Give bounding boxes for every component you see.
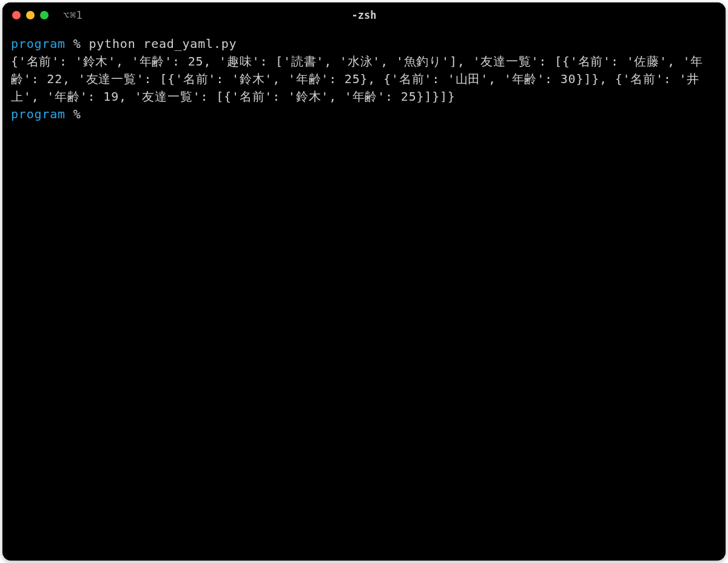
- terminal-body[interactable]: program % python read_yaml.py {'名前': '鈴木…: [2, 28, 726, 561]
- tab-label: ⌥⌘1: [63, 9, 83, 21]
- close-icon[interactable]: [12, 11, 21, 19]
- output-line: {'名前': '鈴木', '年齢': 25, '趣味': ['読書', '水泳'…: [11, 54, 703, 104]
- prompt-dir: program: [11, 36, 66, 51]
- terminal-line: program %: [11, 107, 89, 121]
- traffic-lights: [12, 11, 49, 19]
- minimize-icon[interactable]: [26, 11, 35, 19]
- prompt-separator: %: [66, 36, 89, 51]
- window-title: -zsh: [352, 9, 377, 21]
- titlebar[interactable]: ⌥⌘1 -zsh: [2, 2, 726, 28]
- terminal-window: ⌥⌘1 -zsh program % python read_yaml.py {…: [2, 2, 726, 561]
- zoom-icon[interactable]: [40, 11, 49, 19]
- prompt-separator: %: [66, 107, 89, 121]
- terminal-line: program % python read_yaml.py: [11, 36, 237, 51]
- prompt-dir: program: [11, 107, 66, 121]
- command-text: python read_yaml.py: [89, 36, 237, 51]
